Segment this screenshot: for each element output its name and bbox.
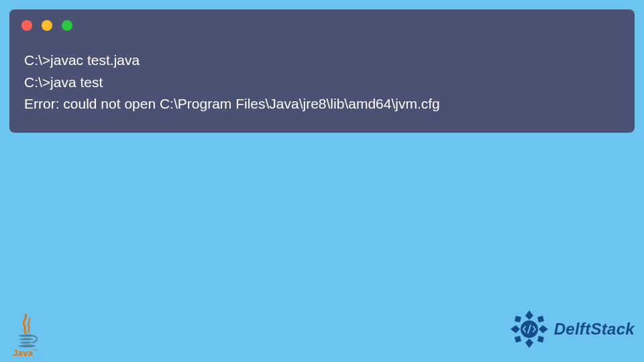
delftstack-label: DelftStack xyxy=(554,320,635,339)
delftstack-logo: DelftStack xyxy=(508,308,635,350)
java-logo-label: Java™ xyxy=(13,348,38,358)
minimize-icon[interactable] xyxy=(42,20,52,31)
java-cup-icon xyxy=(12,313,39,349)
delftstack-badge-icon xyxy=(508,308,550,350)
terminal-window: C:\>javac test.java C:\>java test Error:… xyxy=(9,9,635,133)
java-logo: Java™ xyxy=(9,306,42,358)
terminal-line: C:\>java test xyxy=(24,72,620,94)
terminal-body: C:\>javac test.java C:\>java test Error:… xyxy=(9,31,635,115)
zoom-icon[interactable] xyxy=(62,20,72,31)
close-icon[interactable] xyxy=(21,20,32,31)
terminal-line: Error: could not open C:\Program Files\J… xyxy=(24,93,620,115)
window-titlebar xyxy=(9,9,635,31)
terminal-line: C:\>javac test.java xyxy=(24,50,620,72)
